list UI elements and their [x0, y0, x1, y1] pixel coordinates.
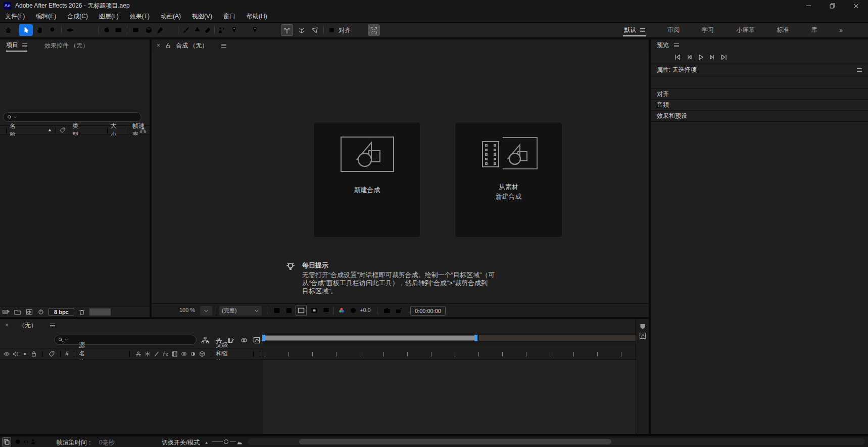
current-time-field[interactable]: 0:00:00:00 [410, 306, 446, 316]
new-composition-card[interactable]: 新建合成 [313, 122, 421, 238]
graph-editor-icon[interactable] [253, 336, 261, 344]
expand-in-out-icon[interactable] [22, 438, 30, 445]
view-axis-mode-button[interactable] [309, 24, 321, 36]
track-area[interactable] [263, 360, 636, 434]
workspace-menu-icon[interactable] [640, 28, 645, 32]
workspace-overflow-chevron[interactable]: » [834, 23, 848, 37]
channel-icon[interactable] [337, 306, 346, 315]
world-axis-mode-button[interactable] [296, 24, 308, 36]
menu-item[interactable]: 文件(F) [5, 12, 25, 21]
menu-item[interactable]: 图层(L) [99, 12, 119, 21]
h-scrollbar-track[interactable] [248, 438, 865, 445]
next-frame-button[interactable] [708, 53, 717, 61]
tab-effect-controls[interactable]: 效果控件 （无） [44, 41, 88, 50]
new-comp-from-footage-card[interactable]: 从素材 新建合成 [455, 122, 562, 238]
last-frame-button[interactable] [719, 53, 729, 61]
type-tool[interactable] [167, 26, 175, 34]
previous-frame-button[interactable] [685, 53, 694, 61]
properties-menu-icon[interactable] [857, 68, 862, 72]
adjustment-layer-icon[interactable] [189, 350, 197, 357]
shape-cube-tool[interactable] [144, 26, 153, 34]
frame-blend-switch-icon[interactable] [171, 350, 178, 357]
menu-item[interactable]: 编辑(E) [36, 12, 56, 21]
target-region-icon[interactable] [322, 306, 330, 315]
menu-item[interactable]: 动画(A) [161, 12, 181, 21]
layer-list-area[interactable] [0, 360, 263, 434]
quality-icon[interactable] [153, 350, 160, 357]
selection-tool[interactable] [19, 24, 33, 36]
resolution-dropdown[interactable]: (完整) [219, 306, 262, 316]
bounding-box-handles-button[interactable] [368, 24, 380, 36]
properties-header[interactable]: 属性: 无选择项 [651, 64, 868, 76]
section-audio[interactable]: 音频 [651, 100, 868, 111]
comp-tab-label[interactable]: 合成 （无） [176, 41, 208, 50]
draft-3d-icon[interactable] [14, 438, 22, 445]
h-scrollbar-thumb[interactable] [299, 439, 611, 444]
restore-button[interactable] [821, 0, 844, 11]
new-folder-icon[interactable] [14, 308, 22, 316]
hand-tool[interactable] [36, 26, 44, 34]
minimize-button[interactable] [797, 0, 821, 11]
shy-switch-icon[interactable] [135, 350, 142, 357]
bit-depth-button[interactable]: 8 bpc [49, 308, 74, 316]
rectangle-tool[interactable] [131, 26, 140, 34]
home-tool[interactable] [4, 26, 13, 34]
project-items-area[interactable] [0, 136, 150, 305]
eraser-tool[interactable] [204, 26, 212, 34]
zoom-in-mountain-icon[interactable] [236, 438, 244, 445]
show-snapshot-icon[interactable] [395, 306, 403, 315]
magnification-dropdown[interactable] [200, 306, 212, 316]
section-align[interactable]: 对齐 [651, 88, 868, 100]
mini-flowchart-toggle[interactable] [2, 437, 11, 446]
label-column-icon[interactable] [48, 350, 55, 357]
zoom-slider-knob[interactable] [224, 439, 228, 444]
snap-options-icon[interactable] [358, 26, 366, 34]
tab-project[interactable]: 项目 [6, 39, 27, 52]
snap-checkbox-icon[interactable] [327, 26, 336, 34]
motion-blur-icon[interactable] [240, 336, 248, 344]
lock-column-icon[interactable] [30, 350, 37, 357]
comp-button-icon[interactable] [639, 332, 647, 340]
snap-label[interactable]: 对齐 [339, 26, 351, 35]
guides-options-icon[interactable] [310, 306, 318, 315]
sort-ascending-icon[interactable] [47, 127, 53, 133]
project-search[interactable] [3, 112, 141, 122]
audio-column-icon[interactable] [12, 350, 19, 357]
section-effects-presets[interactable]: 效果和预设 [651, 111, 868, 122]
workspace-tab[interactable]: 库 [806, 23, 822, 37]
close-button[interactable] [844, 0, 868, 11]
zoom-out-mountain-icon[interactable] [204, 439, 210, 445]
first-frame-button[interactable] [673, 53, 682, 61]
region-of-interest-button[interactable] [296, 305, 307, 316]
workspace-tab[interactable]: 小屏幕 [731, 23, 759, 37]
new-composition-icon[interactable] [25, 308, 33, 316]
av-features-icon[interactable] [30, 438, 38, 445]
pen-tool[interactable] [156, 26, 164, 34]
roto-brush-tool[interactable] [217, 26, 226, 34]
orbit-camera-tool[interactable] [66, 26, 74, 34]
timeline-tab-close-icon[interactable]: × [5, 322, 9, 329]
menu-item[interactable]: 窗口 [223, 12, 235, 21]
transparency-grid-icon[interactable] [285, 306, 293, 315]
preview-header[interactable]: 预览 [651, 39, 868, 51]
3d-layer-icon[interactable] [199, 350, 206, 357]
comp-mini-flowchart-icon[interactable] [201, 336, 209, 344]
local-axis-mode-button[interactable] [281, 24, 293, 36]
navigator-end-handle[interactable] [474, 335, 477, 341]
camera-tool[interactable] [114, 26, 123, 34]
puppet-pin-tool[interactable] [230, 26, 238, 34]
preview-menu-icon[interactable] [674, 43, 679, 47]
menu-item[interactable]: 效果(T) [130, 12, 150, 21]
effect-icon[interactable] [162, 350, 169, 357]
zoom-tool[interactable] [49, 26, 57, 34]
timeline-tab-label[interactable]: （无） [19, 321, 37, 330]
proxy-icon[interactable] [37, 308, 45, 316]
puppet-advanced-pin-tool[interactable] [251, 26, 259, 34]
timeline-search[interactable] [54, 335, 197, 345]
project-search-input[interactable] [18, 114, 138, 121]
fast-previews-icon[interactable] [273, 306, 281, 315]
navigator-start-handle[interactable] [262, 335, 265, 341]
project-panel-menu-icon[interactable] [22, 43, 27, 47]
project-flowchart-icon[interactable] [139, 126, 147, 133]
dolly-camera-tool[interactable] [88, 26, 97, 34]
